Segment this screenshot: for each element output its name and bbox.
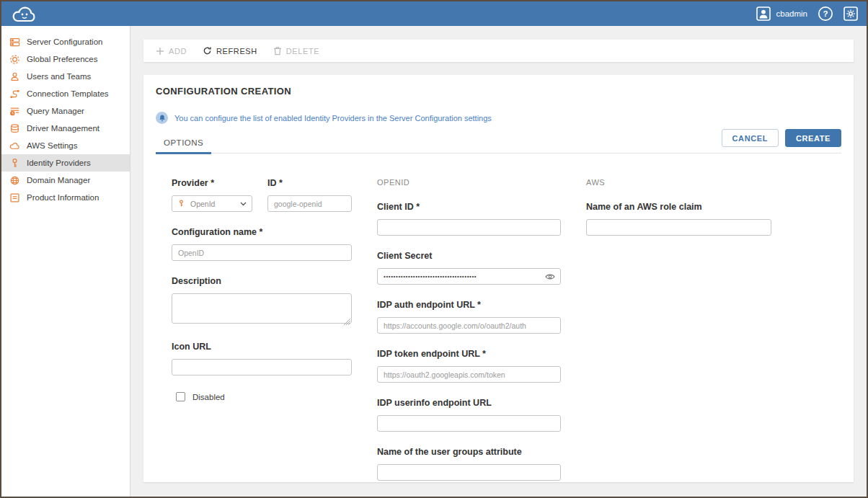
- disabled-checkbox-row: Disabled: [176, 392, 352, 401]
- sidebar-item-connection-templates[interactable]: Connection Templates: [1, 85, 130, 102]
- refresh-button[interactable]: REFRESH: [203, 46, 257, 55]
- sidebar-item-aws-settings[interactable]: AWS Settings: [1, 137, 130, 154]
- admin-sidebar: Server Configuration Global Preferences …: [1, 26, 130, 497]
- configuration-creation-panel: CONFIGURATION CREATION You can configure…: [143, 75, 854, 482]
- user-groups-attribute-input[interactable]: [377, 464, 561, 481]
- idp-userinfo-endpoint-label: IDP userinfo endpoint URL: [377, 398, 561, 408]
- sidebar-item-product-information[interactable]: Product Information: [1, 189, 130, 206]
- id-label: ID *: [267, 178, 352, 188]
- global-preferences-icon: [9, 54, 20, 65]
- idp-userinfo-endpoint-input[interactable]: [377, 415, 561, 432]
- cloudbeaver-logo-icon: [10, 4, 40, 24]
- sidebar-item-identity-providers[interactable]: Identity Providers: [1, 154, 130, 172]
- eye-icon[interactable]: [545, 273, 555, 280]
- client-id-input[interactable]: [377, 219, 561, 236]
- description-label: Description: [172, 276, 352, 286]
- panel-actions: CANCEL CREATE: [722, 129, 841, 147]
- chevron-down-icon: [240, 202, 247, 206]
- aws-column: AWS Name of an AWS role claim: [586, 178, 771, 496]
- admin-content: ADD REFRESH DELETE CONFIGURATION CR: [130, 26, 867, 497]
- user-menu[interactable]: cbadmin: [756, 6, 807, 21]
- openid-column: OPENID Client ID * Client Secret: [377, 178, 561, 496]
- provider-select[interactable]: OpenId: [172, 195, 252, 212]
- description-textarea[interactable]: [172, 293, 352, 324]
- sidebar-item-query-manager[interactable]: Query Manager: [1, 102, 130, 120]
- page-title: CONFIGURATION CREATION: [156, 86, 841, 97]
- sidebar-item-domain-manager[interactable]: Domain Manager: [1, 172, 130, 189]
- provider-label: Provider *: [172, 178, 252, 188]
- aws-section-header: AWS: [586, 178, 771, 187]
- aws-settings-icon: [9, 141, 20, 151]
- settings-gear-icon[interactable]: [843, 6, 858, 21]
- idp-token-endpoint-label: IDP token endpoint URL *: [377, 349, 561, 359]
- configuration-name-label: Configuration name *: [172, 227, 352, 237]
- sidebar-item-users-and-teams[interactable]: Users and Teams: [1, 68, 130, 85]
- info-message: You can configure the list of enabled Id…: [156, 112, 841, 124]
- plus-icon: [156, 47, 164, 55]
- provider-configuration-form: Provider * OpenId ID *: [172, 178, 841, 496]
- tab-bar: OPTIONS CANCEL CREATE: [156, 129, 841, 154]
- driver-management-icon: [9, 123, 20, 134]
- product-information-icon: [9, 192, 20, 203]
- idp-auth-endpoint-label: IDP auth endpoint URL *: [377, 300, 561, 310]
- add-button[interactable]: ADD: [156, 47, 187, 55]
- topbar: cbadmin ?: [1, 1, 867, 26]
- sidebar-item-driver-management[interactable]: Driver Management: [1, 120, 130, 137]
- svg-text:?: ?: [823, 9, 828, 18]
- app-window: cbadmin ?: [0, 0, 868, 498]
- delete-button[interactable]: DELETE: [273, 46, 319, 55]
- icon-url-input[interactable]: [172, 359, 352, 375]
- idp-auth-endpoint-input[interactable]: [377, 317, 561, 334]
- client-secret-input[interactable]: [377, 268, 561, 285]
- provider-key-icon: [177, 200, 185, 208]
- server-configuration-icon: [9, 37, 20, 48]
- identity-providers-icon: [9, 158, 20, 169]
- info-text: You can configure the list of enabled Id…: [174, 114, 492, 123]
- refresh-icon: [203, 46, 212, 55]
- disabled-checkbox[interactable]: [176, 392, 185, 401]
- configuration-name-input[interactable]: [172, 244, 352, 261]
- user-avatar-icon: [756, 6, 771, 21]
- openid-section-header: OPENID: [377, 178, 561, 187]
- general-column: Provider * OpenId ID *: [172, 178, 352, 496]
- sidebar-item-global-preferences[interactable]: Global Preferences: [1, 50, 130, 68]
- aws-role-claim-label: Name of an AWS role claim: [586, 202, 771, 212]
- info-bell-icon: [156, 112, 168, 124]
- disabled-checkbox-label: Disabled: [192, 393, 225, 401]
- provider-selected-value: OpenId: [190, 200, 235, 208]
- create-button[interactable]: CREATE: [785, 129, 841, 147]
- client-id-label: Client ID *: [377, 202, 561, 212]
- topbar-actions: cbadmin ?: [756, 6, 858, 22]
- aws-role-claim-input[interactable]: [586, 219, 771, 236]
- id-input[interactable]: [267, 195, 352, 212]
- icon-url-label: Icon URL: [172, 342, 352, 352]
- help-icon[interactable]: ?: [818, 6, 833, 22]
- tab-options[interactable]: OPTIONS: [156, 138, 211, 154]
- users-teams-icon: [9, 71, 20, 82]
- items-toolbar: ADD REFRESH DELETE: [143, 40, 854, 62]
- trash-icon: [273, 46, 282, 55]
- sidebar-item-server-configuration[interactable]: Server Configuration: [1, 33, 130, 50]
- user-groups-attribute-label: Name of the user groups attribute: [377, 447, 561, 457]
- user-name: cbadmin: [776, 9, 807, 18]
- domain-manager-icon: [9, 175, 20, 186]
- connection-templates-icon: [9, 89, 20, 99]
- idp-token-endpoint-input[interactable]: [377, 366, 561, 383]
- cancel-button[interactable]: CANCEL: [722, 129, 779, 147]
- query-manager-icon: [9, 106, 20, 117]
- client-secret-label: Client Secret: [377, 251, 561, 261]
